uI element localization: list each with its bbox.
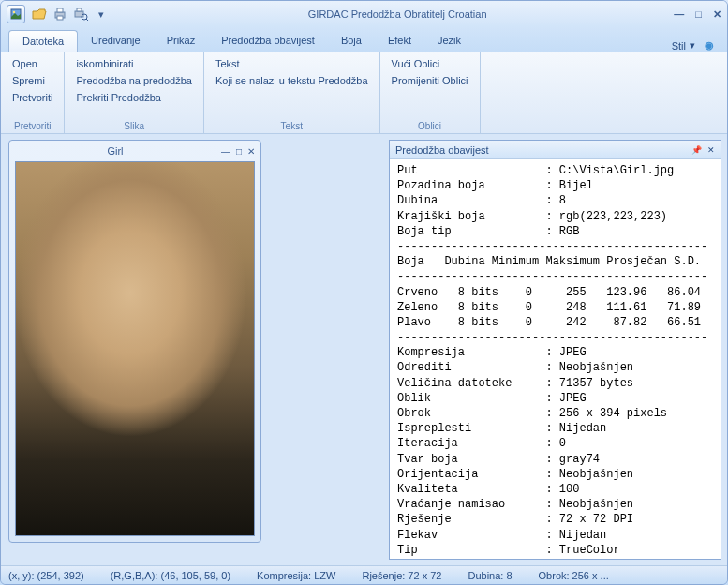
app-icon — [7, 5, 25, 23]
cmd-promijeniti-oblici[interactable]: Promijeniti Oblici — [388, 73, 472, 88]
tab-jezik[interactable]: Jezik — [424, 30, 474, 52]
qat-dropdown-icon[interactable]: ▾ — [93, 6, 110, 22]
pin-icon[interactable]: 📌 — [691, 145, 702, 155]
cmd-iskombinirati[interactable]: iskombinirati — [72, 56, 196, 71]
info-panel-body: Put : C:\Vista\Girl.jpg Pozadina boja : … — [390, 159, 721, 559]
help-icon[interactable]: ◉ — [705, 39, 714, 52]
tab-boja[interactable]: Boja — [328, 30, 375, 52]
app-title: GIRDAC Predodžba Obratitelj Croatian — [121, 8, 674, 20]
style-dropdown[interactable]: Stil ▾ ◉ — [672, 39, 720, 52]
tab-predodžba-obavijest[interactable]: Predodžba obavijest — [208, 30, 328, 52]
image-window-title: Girl — [15, 145, 215, 157]
minimize-button[interactable]: ― — [674, 8, 684, 21]
group-label: Oblici — [388, 119, 472, 131]
group-label: Slika — [72, 119, 196, 131]
info-panel-title: Predodžba obavijest — [395, 144, 686, 156]
ribbon: OpenSpremiPretvoritiPretvoritiiskombinir… — [1, 52, 727, 134]
ribbon-group-oblici: Vući ObliciPromijeniti ObliciOblici — [380, 52, 481, 133]
cmd-predodžba-na-predodžba[interactable]: Predodžba na predodžba — [72, 73, 196, 88]
status-xy: (x, y): (254, 392) — [8, 570, 84, 581]
cmd-pretvoriti[interactable]: Pretvoriti — [8, 90, 56, 105]
status-rgba: (R,G,B,A): (46, 105, 59, 0) — [111, 570, 230, 581]
status-depth: Dubina: 8 — [468, 570, 512, 581]
close-icon[interactable]: ✕ — [707, 145, 715, 155]
ribbon-group-slika: iskombiniratiPredodžba na predodžbaPrekr… — [65, 52, 204, 133]
chevron-down-icon: ▾ — [690, 39, 695, 52]
status-compression: Kompresija: LZW — [257, 570, 335, 581]
cmd-tekst[interactable]: Tekst — [212, 56, 372, 71]
print-icon[interactable] — [52, 6, 68, 22]
photo-content — [16, 162, 254, 535]
svg-line-8 — [86, 19, 88, 21]
maximize-icon[interactable]: □ — [236, 146, 242, 157]
group-label: Tekst — [212, 119, 372, 131]
info-panel: Predodžba obavijest 📌 ✕ Put : C:\Vista\G… — [389, 140, 721, 560]
folder-open-icon[interactable] — [31, 6, 48, 22]
ribbon-group-pretvoriti: OpenSpremiPretvoritiPretvoriti — [1, 52, 65, 133]
status-resolution: Rješenje: 72 x 72 — [362, 570, 441, 581]
maximize-button[interactable]: □ — [695, 8, 702, 21]
image-window-titlebar[interactable]: Girl ― □ ✕ — [9, 141, 260, 161]
group-label: Pretvoriti — [8, 119, 56, 131]
image-viewport[interactable] — [15, 161, 255, 536]
image-window: Girl ― □ ✕ — [8, 140, 261, 543]
statusbar: (x, y): (254, 392) (R,G,B,A): (46, 105, … — [1, 565, 727, 584]
tab-uređivanje[interactable]: Uređivanje — [78, 30, 154, 52]
ribbon-group-tekst: TekstKoji se nalazi u tekstu PredodžbaTe… — [204, 52, 380, 133]
cmd-koji-se-nalazi-u-tekstu-predodžba[interactable]: Koji se nalazi u tekstu Predodžba — [212, 73, 372, 88]
close-button[interactable]: ✕ — [713, 8, 721, 21]
titlebar: ▾ GIRDAC Predodžba Obratitelj Croatian ―… — [1, 1, 727, 27]
tab-datoteka[interactable]: Datoteka — [8, 30, 78, 52]
svg-point-1 — [13, 11, 15, 13]
info-panel-titlebar[interactable]: Predodžba obavijest 📌 ✕ — [390, 141, 721, 159]
cmd-prekriti-predodžba[interactable]: Prekriti Predodžba — [72, 90, 196, 105]
cmd-open[interactable]: Open — [8, 56, 56, 71]
quick-access-toolbar: ▾ — [31, 6, 110, 22]
cmd-spremi[interactable]: Spremi — [8, 73, 56, 88]
status-serving: Obrok: 256 x ... — [539, 570, 609, 581]
tab-efekt[interactable]: Efekt — [375, 30, 424, 52]
ribbon-tabbar: DatotekaUređivanjePrikazPredodžba obavij… — [1, 27, 727, 52]
cmd-vući-oblici[interactable]: Vući Oblici — [388, 56, 472, 71]
style-label: Stil — [672, 40, 686, 52]
svg-rect-4 — [57, 16, 63, 20]
svg-rect-3 — [57, 8, 63, 12]
close-icon[interactable]: ✕ — [247, 146, 255, 157]
workspace: Girl ― □ ✕ Predodžba obavijest 📌 ✕ Put :… — [1, 134, 727, 565]
tab-prikaz[interactable]: Prikaz — [154, 30, 209, 52]
minimize-icon[interactable]: ― — [221, 146, 230, 157]
window-buttons: ― □ ✕ — [674, 8, 721, 21]
svg-rect-6 — [77, 8, 82, 11]
print-preview-icon[interactable] — [72, 6, 89, 22]
